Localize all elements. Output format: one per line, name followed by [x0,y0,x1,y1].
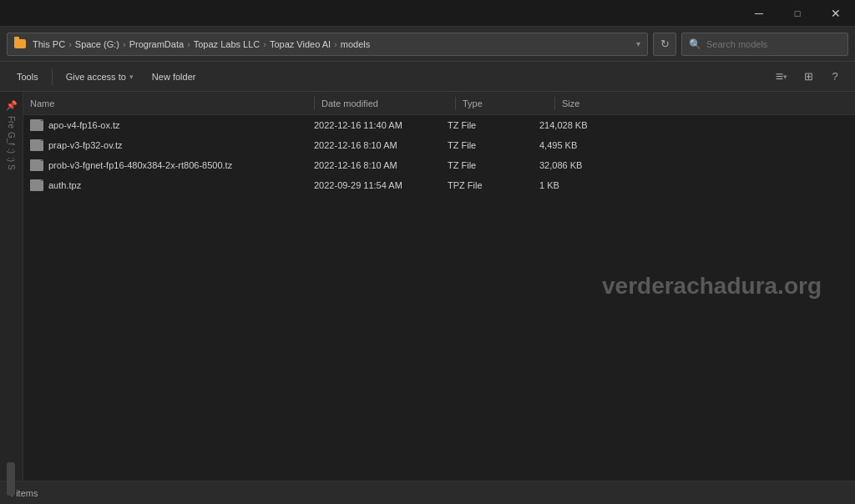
sidebar-label-fre: Fre [7,116,16,129]
minimize-button[interactable]: ─ [740,0,778,27]
toolbar-right: ≡ ▾ ⊞ ? [770,66,847,88]
search-icon: 🔍 [689,38,701,50]
table-row[interactable]: apo-v4-fp16-ox.tz 2022-12-16 11:40 AM TZ… [23,115,855,135]
tools-label: Tools [17,72,38,82]
window-controls: ─ □ ✕ [740,0,855,26]
sidebar-label-smiley: :) [7,149,16,154]
breadcrumb-item-5: models [341,39,370,49]
view-icon: ≡ [776,69,783,84]
main-area: 📌 Fre G_f :) :) S Name Date modified Typ… [0,92,855,481]
breadcrumb-item-4: Topaz Video AI [270,39,331,49]
file-date-0: 2022-12-16 11:40 AM [314,120,448,130]
breadcrumb-item-3: Topaz Labs LLC [194,39,261,49]
tools-menu[interactable]: Tools [8,66,47,88]
new-folder-button[interactable]: New folder [144,66,205,88]
col-divider-1 [314,97,315,110]
pin-icon: 📌 [3,98,21,113]
table-row[interactable]: auth.tpz 2022-09-29 11:54 AM TPZ File 1 … [23,175,855,195]
title-bar: ─ □ ✕ [0,0,855,27]
dropdown-arrow-icon: ▾ [129,73,134,81]
file-date-3: 2022-09-29 11:54 AM [314,180,448,190]
file-type-2: TZ File [448,160,539,170]
file-name-2: prob-v3-fgnet-fp16-480x384-2x-rt806-8500… [30,159,314,171]
address-bar: This PC › Space (G:) › ProgramData › Top… [0,27,855,62]
search-input[interactable] [706,39,841,49]
col-header-size[interactable]: Size [562,98,637,108]
file-list: apo-v4-fp16-ox.tz 2022-12-16 11:40 AM TZ… [23,115,855,481]
sidebar-scrollbar[interactable] [7,462,15,481]
pane-icon: ⊞ [804,70,813,83]
breadcrumb[interactable]: This PC › Space (G:) › ProgramData › Top… [7,33,648,56]
file-name-3: auth.tpz [30,179,314,191]
table-row[interactable]: prap-v3-fp32-ov.tz 2022-12-16 8:10 AM TZ… [23,135,855,155]
breadcrumb-sep-3: › [263,39,266,49]
help-icon: ? [832,70,837,83]
file-icon-3 [30,179,43,191]
help-button[interactable]: ? [823,66,847,88]
col-divider-3 [554,97,555,110]
file-type-3: TPZ File [448,180,539,190]
view-dropdown-icon: ▾ [783,73,787,81]
breadcrumb-item-0: This PC [33,39,65,49]
give-access-label: Give access to [66,72,126,82]
sidebar-label-s: :) S [7,157,16,170]
col-header-name[interactable]: Name [30,98,314,108]
status-bar: 4 items [0,481,855,504]
file-area: Name Date modified Type Size apo-v4-fp16… [23,92,855,481]
file-icon-0 [30,119,43,131]
file-type-0: TZ File [448,120,539,130]
file-type-1: TZ File [448,140,539,150]
left-panel: 📌 Fre G_f :) :) S [0,92,23,481]
file-size-1: 4,495 KB [539,140,615,150]
toolbar: Tools Give access to ▾ New folder ≡ ▾ ⊞ … [0,62,855,92]
breadcrumb-dropdown-icon[interactable]: ▾ [636,39,640,48]
toolbar-sep-1 [52,68,53,85]
col-header-date[interactable]: Date modified [321,98,455,108]
breadcrumb-sep-2: › [187,39,190,49]
file-date-2: 2022-12-16 8:10 AM [314,160,448,170]
close-button[interactable]: ✕ [817,0,855,27]
breadcrumb-sep-1: › [123,39,126,49]
new-folder-label: New folder [152,72,196,82]
breadcrumb-sep-4: › [334,39,337,49]
breadcrumb-sep-0: › [68,39,72,49]
sidebar-label-gf: G_f [7,132,16,145]
folder-icon [14,39,26,48]
file-name-1: prap-v3-fp32-ov.tz [30,139,314,151]
file-header: Name Date modified Type Size [23,92,855,115]
col-header-type[interactable]: Type [463,98,554,108]
give-access-button[interactable]: Give access to ▾ [58,66,142,88]
breadcrumb-item-1: Space (G:) [75,39,119,49]
file-name-0: apo-v4-fp16-ox.tz [30,119,314,131]
file-size-0: 214,028 KB [539,120,615,130]
breadcrumb-item-2: ProgramData [129,39,184,49]
maximize-button[interactable]: □ [778,0,817,27]
table-row[interactable]: prob-v3-fgnet-fp16-480x384-2x-rt806-8500… [23,155,855,175]
view-toggle-button[interactable]: ≡ ▾ [770,66,793,88]
pane-button[interactable]: ⊞ [797,66,820,88]
file-size-2: 32,086 KB [539,160,615,170]
search-box[interactable]: 🔍 [681,33,848,56]
file-size-3: 1 KB [539,180,615,190]
file-icon-2 [30,159,43,171]
col-divider-2 [455,97,456,110]
file-date-1: 2022-12-16 8:10 AM [314,140,448,150]
refresh-button[interactable]: ↻ [653,33,676,56]
file-icon-1 [30,139,43,151]
